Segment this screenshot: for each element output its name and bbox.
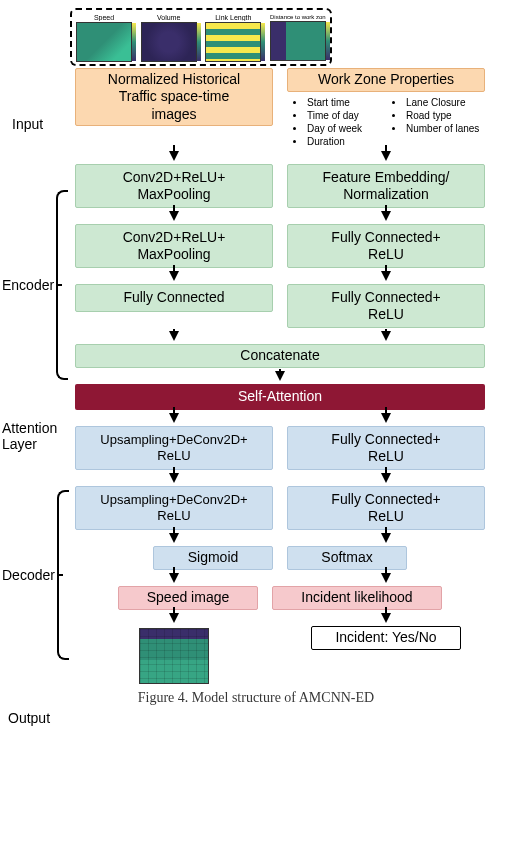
arrow-down-icon [381, 413, 391, 423]
stage-label-output: Output [8, 710, 50, 726]
self-attention-layer: Self-Attention [75, 384, 485, 410]
decoder-deconv2: Upsampling+DeConv2D+ ReLU [75, 486, 273, 530]
output-speed-heatmap [139, 628, 209, 684]
arrow-down-icon [381, 271, 391, 281]
stage-label-text: Decoder [2, 567, 55, 583]
input-historical-images: Normalized Historical Traffic space-time… [75, 68, 273, 126]
input-workzone-properties: Work Zone Properties Start time Lane Clo… [287, 68, 485, 148]
figure-caption: Figure 4. Model structure of AMCNN-ED [0, 690, 512, 706]
thumb-label: Volume [141, 14, 197, 21]
stage-label-encoder: Encoder [2, 190, 68, 380]
wz-prop: Start time [293, 96, 384, 109]
decoder-softmax: Softmax [287, 546, 407, 570]
arrow-down-icon [381, 151, 391, 161]
thumb-label: Distance to work zone [270, 14, 326, 20]
workzone-title: Work Zone Properties [287, 68, 485, 92]
arrow-down-icon [169, 473, 179, 483]
workzone-properties-list: Start time Lane Closure Time of day Road… [293, 96, 483, 148]
arrow-down-icon [169, 573, 179, 583]
wz-prop: Lane Closure [392, 96, 483, 109]
encoder-fc-l: Fully Connected [75, 284, 273, 312]
wz-prop: Number of lanes [392, 122, 483, 135]
wz-prop: Duration [293, 135, 384, 148]
arrow-down-icon [381, 573, 391, 583]
output-incident-likelihood: Incident likelihood [272, 586, 442, 610]
decoder-sigmoid: Sigmoid [153, 546, 273, 570]
encoder-embed: Feature Embedding/ Normalization [287, 164, 485, 208]
arrow-down-icon [169, 533, 179, 543]
arrow-down-icon [381, 533, 391, 543]
output-speed-image: Speed image [118, 586, 258, 610]
arrow-down-icon [169, 413, 179, 423]
arrow-down-icon [169, 271, 179, 281]
stage-label-attention: Attention Layer [2, 420, 57, 452]
thumb-label: Link Length [205, 14, 261, 21]
arrow-down-icon [381, 331, 391, 341]
arrow-down-icon [381, 613, 391, 623]
thumb-linklength: Link Length [205, 14, 261, 62]
thumb-speed: Speed [76, 14, 132, 62]
arrow-down-icon [169, 613, 179, 623]
arrow-down-icon [169, 331, 179, 341]
stage-label-decoder: Decoder [2, 490, 69, 660]
wz-prop: Time of day [293, 109, 384, 122]
encoder-fc-r2: Fully Connected+ ReLU [287, 284, 485, 328]
stage-label-text: Encoder [2, 277, 54, 293]
arrow-down-icon [381, 211, 391, 221]
wz-prop: Road type [392, 109, 483, 122]
arrow-down-icon [169, 211, 179, 221]
thumb-distance: Distance to work zone [270, 14, 326, 62]
wz-prop: Day of week [293, 122, 384, 135]
thumb-label: Speed [76, 14, 132, 21]
output-incident-verdict: Incident: Yes/No [311, 626, 461, 650]
stage-label-input: Input [12, 116, 43, 132]
decoder-deconv1: Upsampling+DeConv2D+ ReLU [75, 426, 273, 470]
arrow-down-icon [169, 151, 179, 161]
thumb-volume: Volume [141, 14, 197, 62]
encoder-concatenate: Concatenate [75, 344, 485, 368]
encoder-conv1: Conv2D+ReLU+ MaxPooling [75, 164, 273, 208]
historical-images-strip: Speed Volume Link Length Distance to wor… [70, 8, 332, 66]
decoder-fc1: Fully Connected+ ReLU [287, 426, 485, 470]
encoder-conv2: Conv2D+ReLU+ MaxPooling [75, 224, 273, 268]
arrow-down-icon [381, 473, 391, 483]
encoder-fc-r1: Fully Connected+ ReLU [287, 224, 485, 268]
arrow-down-icon [275, 371, 285, 381]
decoder-fc2: Fully Connected+ ReLU [287, 486, 485, 530]
